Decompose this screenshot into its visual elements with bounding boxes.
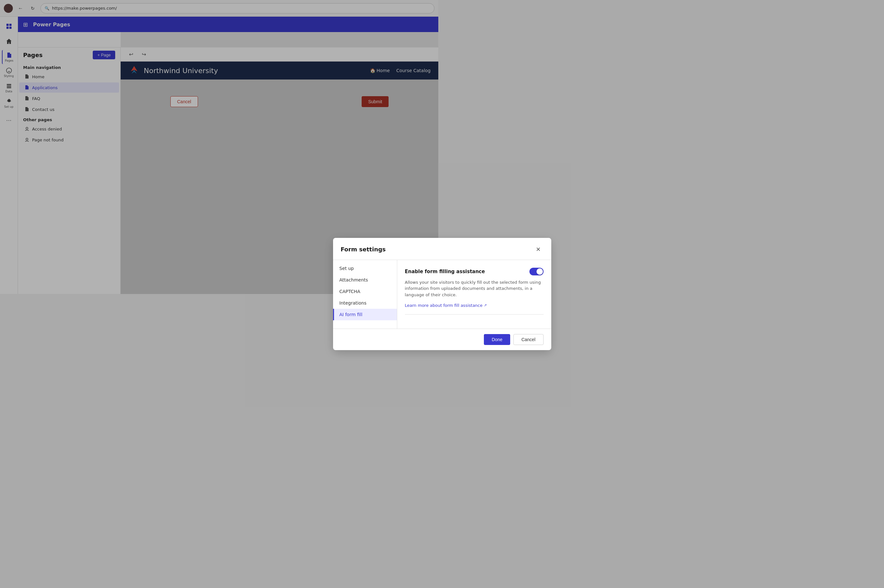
toggle-label: Enable form filling assistance — [405, 268, 439, 274]
modal-header: Form settings ✕ — [333, 238, 439, 260]
form-settings-modal: Form settings ✕ Set up Attachments CAPTC… — [333, 238, 439, 294]
modal-nav-setup[interactable]: Set up — [333, 262, 397, 274]
modal-body: Set up Attachments CAPTCHA Integrations … — [333, 260, 439, 294]
modal-main-content: Enable form filling assistance Allows yo… — [397, 260, 439, 294]
modal-title: Form settings — [341, 246, 386, 253]
setting-description: Allows your site visitors to quickly fil… — [405, 279, 439, 294]
modal-nav-captcha[interactable]: CAPTCHA — [333, 286, 397, 294]
modal-nav-attachments[interactable]: Attachments — [333, 274, 397, 286]
toggle-setting-row: Enable form filling assistance — [405, 268, 439, 275]
modal-sidebar: Set up Attachments CAPTCHA Integrations … — [333, 260, 397, 294]
modal-overlay[interactable]: Form settings ✕ Set up Attachments CAPTC… — [0, 0, 438, 294]
